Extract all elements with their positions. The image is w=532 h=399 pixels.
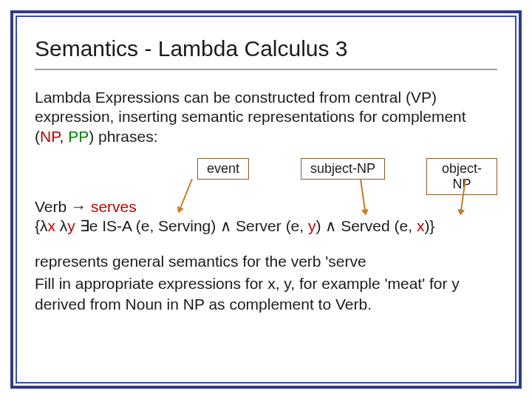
- pp-token: PP: [68, 128, 89, 145]
- f-lambda2: λ: [60, 217, 68, 234]
- intro-text-post: ) phrases:: [89, 128, 157, 145]
- intro-comma: ,: [59, 128, 68, 145]
- intro-paragraph: Lambda Expressions can be constructed fr…: [35, 88, 497, 146]
- f-mid2: ): [316, 217, 325, 234]
- f-close: )}: [424, 217, 434, 234]
- label-event: event: [197, 158, 249, 180]
- f-and2: ∧: [325, 217, 336, 234]
- intro-text-pre: Lambda Expressions can be constructed fr…: [35, 89, 411, 106]
- np-token: NP: [40, 128, 59, 145]
- f-e1: e IS-A (e, Serving): [89, 217, 220, 234]
- explain-1: represents general semantics for the ver…: [35, 251, 497, 272]
- f-x1: x: [48, 217, 60, 234]
- f-open: {: [35, 217, 40, 234]
- lambda-formula: {λx λy ∃e IS-A (e, Serving) ∧ Server (e,…: [35, 217, 497, 235]
- slide-inner-frame: Semantics - Lambda Calculus 3 Lambda Exp…: [16, 16, 516, 383]
- slide-title: Semantics - Lambda Calculus 3: [35, 36, 497, 70]
- annotation-row: event subject-NP object-NP: [35, 158, 497, 201]
- label-object-np: object-NP: [426, 158, 497, 195]
- f-and1: ∧: [220, 217, 231, 234]
- f-y2: y: [308, 217, 316, 234]
- f-exist: ∃: [80, 217, 89, 234]
- slide-outer-frame: Semantics - Lambda Calculus 3 Lambda Exp…: [10, 10, 522, 389]
- f-served: Served (e,: [336, 217, 417, 234]
- f-server: Server (e,: [231, 217, 308, 234]
- vp-token: VP: [411, 89, 432, 106]
- f-x2: x: [417, 217, 425, 234]
- f-lambda1: λ: [40, 217, 48, 234]
- label-subject-np: subject-NP: [301, 158, 385, 180]
- explain-2: Fill in appropriate expressions for x, y…: [35, 273, 497, 316]
- f-y1: y: [67, 217, 79, 234]
